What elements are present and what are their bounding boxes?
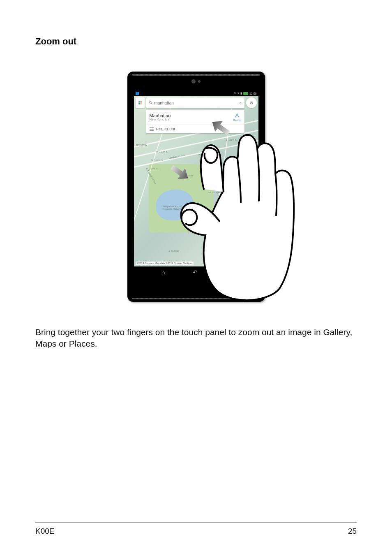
map-canvas[interactable]: W 110th St W 109th St W 108th St Broadwa… — [134, 96, 258, 266]
poi-label: Mt Sinai Hospital — [208, 191, 227, 194]
tablet-illustration: ⟳ ▾ ▮ 12:06 — [127, 72, 265, 302]
svg-point-7 — [251, 102, 251, 103]
camera-icon — [191, 79, 196, 83]
poi-label: Marcus Garvey Pk — [237, 154, 257, 156]
crosshair-icon — [249, 100, 254, 105]
svg-rect-2 — [138, 103, 140, 104]
result-subtitle: New York, NY — [150, 118, 171, 122]
svg-rect-3 — [140, 103, 141, 104]
system-nav-bar: ⌂ ↶ ⎔ — [134, 266, 258, 278]
map-attribution: ©2013 Google - Map data ©2013 Google, Sa… — [136, 262, 194, 265]
sensor-icon — [198, 80, 201, 83]
svg-rect-8 — [150, 127, 154, 128]
body-text: Bring together your two fingers on the t… — [35, 326, 357, 350]
svg-rect-0 — [138, 101, 140, 102]
svg-rect-10 — [150, 130, 154, 131]
layers-button[interactable] — [136, 97, 145, 108]
svg-point-4 — [149, 101, 151, 103]
signal-icon: ▮ — [240, 92, 242, 95]
street-label: W 110th St — [156, 150, 168, 153]
list-icon — [150, 127, 154, 131]
search-icon — [149, 101, 153, 105]
back-icon[interactable]: ↶ — [193, 269, 198, 276]
footer-model: K00E — [35, 527, 54, 536]
recent-icon[interactable]: ⎔ — [226, 269, 231, 276]
svg-line-5 — [151, 103, 152, 104]
clear-search-icon[interactable]: × — [239, 100, 242, 105]
street-label: E 96th St — [168, 250, 179, 252]
document-page: Zoom out ⟳ ▾ ▮ 12:06 — [0, 0, 392, 558]
result-title: Manhattan — [150, 113, 171, 118]
my-location-button[interactable] — [246, 97, 257, 108]
search-box[interactable]: × — [146, 97, 244, 108]
search-input[interactable] — [154, 101, 238, 105]
route-icon — [234, 113, 240, 118]
street-label: Broadway — [136, 144, 148, 146]
street-label: W 109th St — [151, 159, 164, 162]
street-label: W 116th St — [198, 154, 211, 156]
svg-rect-9 — [150, 129, 154, 130]
layers-icon — [138, 101, 142, 105]
status-bar: ⟳ ▾ ▮ 12:06 — [134, 91, 258, 96]
notification-icon — [136, 92, 139, 95]
status-time: 12:06 — [249, 92, 257, 95]
section-heading: Zoom out — [35, 36, 357, 47]
tablet-screen: ⟳ ▾ ▮ 12:06 — [134, 91, 258, 278]
battery-icon — [243, 92, 248, 95]
page-footer: K00E 25 — [35, 522, 357, 536]
footer-page-number: 25 — [348, 527, 357, 536]
illustration-container: ⟳ ▾ ▮ 12:06 — [35, 72, 357, 302]
sync-icon: ⟳ — [234, 92, 236, 95]
svg-rect-1 — [140, 101, 141, 102]
street-label: E 116th St — [226, 139, 238, 141]
route-button[interactable]: Route — [233, 113, 241, 122]
home-icon[interactable]: ⌂ — [161, 269, 165, 276]
poi-label: Jacqueline Kennedy Onassis Reservoir — [161, 205, 186, 210]
wifi-icon: ▾ — [238, 92, 239, 95]
